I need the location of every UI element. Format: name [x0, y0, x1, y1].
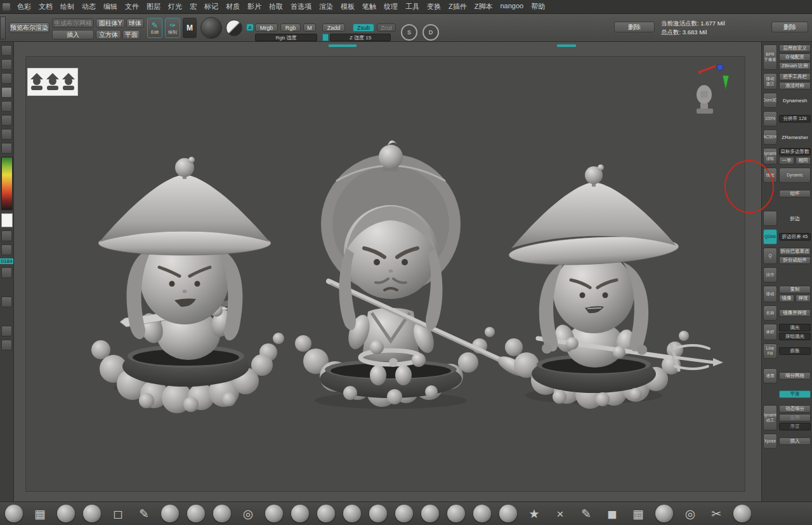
knife-brush-icon[interactable]: ✎ [577, 505, 595, 522]
zbrush-document[interactable] [25, 56, 745, 492]
activate-symmetry-button[interactable]: 激活对称 [779, 82, 811, 90]
target-polycount-slider[interactable]: 目标多边形数 [779, 148, 811, 156]
sculpt-figure-right[interactable] [505, 164, 723, 409]
store-config-button[interactable]: 存储配置 [779, 53, 811, 61]
dam-standard-brush-icon[interactable] [291, 505, 309, 522]
left-tray-button[interactable] [1, 296, 12, 307]
polymesh-cube-icon[interactable]: ▦ [31, 505, 49, 522]
menu-item[interactable]: 图层 [143, 0, 164, 13]
mirror-and-weld-button[interactable]: 镜像并焊接 [779, 309, 811, 317]
ac50-icon[interactable]: AC50% [763, 130, 777, 145]
left-tray-button[interactable] [1, 73, 12, 84]
sculpt-figure-left[interactable] [91, 157, 284, 413]
menu-item[interactable]: 帮助 [527, 0, 549, 13]
inflate-brush-icon[interactable] [187, 505, 205, 522]
inflate-slider[interactable]: 膨胀 [779, 347, 811, 355]
camera-gizmo[interactable] [691, 59, 731, 117]
drop-sphere-icon[interactable] [733, 505, 751, 522]
mirror-button[interactable]: 镜像 [779, 295, 794, 302]
dynamic-read-icon[interactable]: Dynamic 读取 [763, 148, 777, 164]
zcut-button[interactable]: Zcut [377, 23, 396, 32]
polish-slider[interactable]: 抛光 [779, 324, 811, 331]
split-parts-button[interactable]: 拆分成组件 [779, 256, 811, 264]
left-tray-button[interactable] [1, 267, 12, 278]
mesh-cube-icon[interactable]: ▦ [629, 505, 647, 522]
stroke-s-icon[interactable]: S [401, 24, 417, 41]
menu-item[interactable]: 变换 [423, 0, 445, 13]
hidden-palette-tab[interactable] [329, 44, 357, 47]
divide-brush-icon[interactable]: 通用 [763, 368, 777, 383]
same-button[interactable]: 相同 [796, 157, 811, 164]
xpose-icon[interactable]: Xpose [763, 434, 777, 449]
gizmo-toolbar-button[interactable]: 把手工具栏 [779, 73, 811, 81]
menu-item[interactable]: 纹理 [380, 0, 402, 13]
group-loops-button[interactable]: 组环 [779, 190, 811, 197]
planar-brush-icon[interactable] [369, 505, 387, 522]
move-icon[interactable]: 移动 [763, 286, 777, 302]
material-contrast-sphere-icon[interactable] [226, 20, 242, 36]
resolution-slider[interactable]: 分辨率 128 [779, 115, 811, 123]
mask-pen-icon[interactable]: ✎ [135, 505, 153, 522]
line-fill-icon[interactable]: Line Fill [763, 343, 777, 359]
apply-button[interactable]: 应用 [779, 414, 811, 422]
left-tray-button[interactable] [1, 244, 12, 255]
menu-item[interactable]: 模板 [337, 0, 358, 13]
sculpt-scene[interactable] [26, 56, 745, 491]
volume-icon[interactable]: 体积 [763, 324, 777, 340]
scissors-tool-icon[interactable]: ✂ [707, 505, 725, 522]
bpr-button[interactable]: BPR 子像素 [763, 44, 777, 70]
menu-item[interactable]: 影片 [244, 0, 265, 13]
menu-item[interactable]: 渲染 [315, 0, 337, 13]
stroke-d-icon[interactable]: D [422, 24, 439, 41]
qgrid-button[interactable]: QGrid [763, 229, 777, 244]
menu-item[interactable]: 文档 [35, 0, 56, 13]
color-gradient-picker[interactable] [1, 157, 13, 210]
thickness-slider[interactable]: 厚度 [779, 423, 811, 430]
zbrush-scale-button[interactable]: ZBrush 比例 [779, 62, 811, 70]
trim-brush-icon[interactable] [343, 505, 361, 522]
resolution-100-icon[interactable]: 100% [763, 111, 777, 126]
delete-right-button[interactable]: 删除 [771, 22, 808, 32]
left-tray-button[interactable] [1, 143, 12, 154]
mrgb-button[interactable]: Mrgb [255, 23, 278, 32]
clay-tube-brush-icon[interactable] [473, 505, 491, 522]
left-tray-button[interactable] [1, 340, 12, 350]
duplicate-button[interactable]: 复制 [779, 286, 811, 293]
smooth-toggle-button[interactable]: 平滑 [779, 390, 811, 398]
left-tray-button[interactable] [1, 115, 12, 126]
zremesher-label[interactable]: ZRemesher [779, 134, 811, 141]
menu-item[interactable]: Z脚本 [471, 0, 497, 13]
cube-primitive-icon[interactable]: ◼ [603, 505, 621, 522]
crease-label[interactable]: 折边 [779, 215, 811, 222]
sphere-primitive-icon[interactable] [655, 505, 673, 522]
dynamic-icon[interactable]: Dynamic [779, 168, 811, 183]
insert-mesh-button[interactable]: 插入 [779, 437, 811, 445]
snakehook-brush-icon[interactable] [447, 505, 465, 522]
standard-brush-icon[interactable] [5, 505, 23, 522]
spiral-brush-icon[interactable]: ◎ [239, 505, 257, 522]
menu-item[interactable]: 绘制 [56, 0, 78, 13]
nudge-brush-icon[interactable] [499, 505, 517, 522]
z-intensity-slider[interactable]: Z 强度 15 [330, 34, 391, 41]
menu-item[interactable]: 标记 [200, 0, 222, 13]
edit-mode-button[interactable]: ✎ Edit [147, 18, 162, 38]
crease-cube-icon[interactable] [763, 211, 777, 226]
name-icon[interactable]: 名称 [763, 305, 777, 321]
menu-item[interactable]: 色彩 [13, 0, 35, 13]
menu-item[interactable]: 动态 [78, 0, 100, 13]
preview-boolean-button[interactable]: 预览布尔渲染 [9, 22, 49, 33]
white-color-swatch[interactable] [1, 213, 13, 227]
dynamic-subdiv-icon[interactable]: Dynamic 动工 [763, 405, 777, 430]
menu-item[interactable]: 拾取 [265, 0, 287, 13]
clay-brush-icon[interactable] [57, 505, 75, 522]
blob-brush-icon[interactable] [421, 505, 439, 522]
move-elastic-button[interactable]: M [183, 18, 197, 38]
polish-brush-icon[interactable] [317, 505, 335, 522]
menu-item[interactable]: 编辑 [100, 0, 121, 13]
cube-button[interactable]: 立方体 [96, 30, 121, 39]
delete-button[interactable]: 删除 [614, 22, 655, 32]
menu-item[interactable]: 首选项 [287, 0, 315, 13]
pinch-brush-icon[interactable] [213, 505, 231, 522]
move-brush-icon[interactable] [83, 505, 101, 522]
crease-brush-icon[interactable] [265, 505, 283, 522]
